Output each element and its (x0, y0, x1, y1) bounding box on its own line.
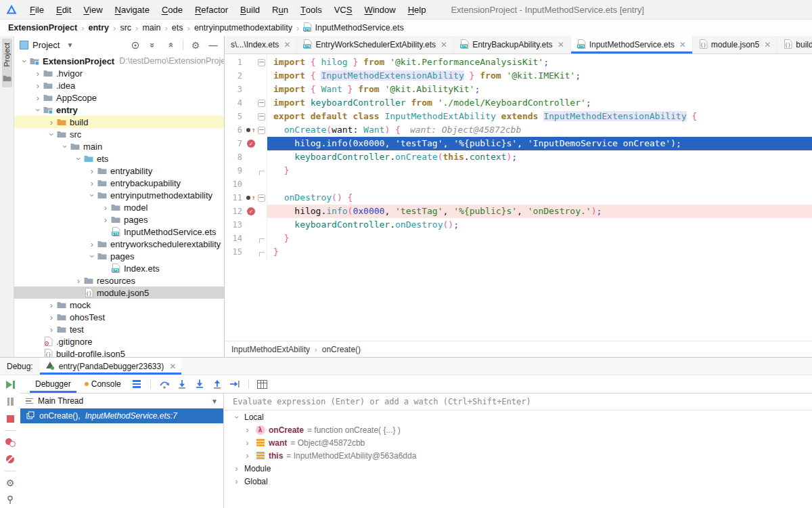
pin-icon[interactable] (5, 494, 16, 505)
project-toolwindow-button[interactable]: Project (2, 39, 12, 87)
stack-frame-row[interactable]: onCreate(), InputMethodService.ets:7 (20, 408, 223, 423)
expand-all-icon[interactable]: » (148, 40, 158, 51)
method-entry-icon[interactable]: ↑ (246, 123, 256, 137)
editor-crumb-oncreate[interactable]: onCreate() (322, 345, 361, 354)
tree-item-src[interactable]: ›src (14, 128, 224, 140)
tree-item-module-json5[interactable]: {}module.json5 (14, 287, 224, 299)
tree-item-ohostest[interactable]: ›ohosTest (14, 311, 224, 323)
tree-chevron-icon[interactable]: › (101, 203, 110, 212)
tree-item-gitignore[interactable]: .gitignore (14, 335, 224, 347)
fold-marker-icon[interactable] (256, 245, 267, 259)
menu-help[interactable]: Help (402, 0, 432, 19)
tree-chevron-icon[interactable]: › (232, 465, 241, 473)
variable-row-local[interactable]: ›Local (224, 410, 812, 423)
tree-chevron-icon[interactable]: › (47, 301, 56, 310)
close-icon[interactable]: ✕ (558, 40, 564, 49)
menu-file[interactable]: File (24, 0, 50, 19)
debug-tab-console[interactable]: Console (79, 375, 127, 393)
tree-chevron-icon[interactable]: › (87, 167, 97, 175)
tree-chevron-icon[interactable]: › (232, 478, 241, 486)
fold-marker-icon[interactable] (256, 56, 267, 69)
close-icon[interactable]: ✕ (441, 40, 447, 49)
breadcrumb-item-main[interactable]: main (141, 23, 162, 33)
fold-marker-icon[interactable] (256, 164, 267, 177)
menu-run[interactable]: Run (266, 0, 294, 19)
variable-row-oncreate[interactable]: ›λonCreate = function onCreate( {...} ) (224, 423, 812, 436)
menu-code[interactable]: Code (156, 0, 189, 19)
tree-chevron-icon[interactable]: › (243, 452, 252, 460)
tree-item-entryworkschedulerextability[interactable]: ›entryworkschedulerextability (14, 238, 224, 250)
tree-chevron-icon[interactable]: › (88, 190, 97, 200)
settings-icon[interactable]: ⚙ (190, 40, 201, 51)
tree-chevron-icon[interactable]: › (33, 81, 43, 90)
breakpoint-icon[interactable]: ✓ (246, 205, 256, 218)
breadcrumb-item-inputmethodservice-ets[interactable]: ETSInputMethodService.ets (302, 22, 405, 34)
fold-marker-icon[interactable] (256, 191, 267, 205)
evaluate-icon[interactable] (255, 378, 270, 390)
tree-item-entry[interactable]: ›entry (14, 104, 224, 116)
tree-item-extensionproject[interactable]: ›ExtensionProjectD:\testDemo\ExtensionPr… (14, 55, 224, 67)
tree-chevron-icon[interactable]: › (243, 439, 252, 447)
tree-item-pages[interactable]: ›pages (14, 250, 224, 262)
run-to-cursor-icon[interactable] (227, 378, 242, 390)
tree-item-test[interactable]: ›test (14, 323, 224, 335)
collapse-all-icon[interactable]: » (165, 40, 176, 51)
step-over-icon[interactable] (157, 378, 172, 390)
debug-tab-debugger[interactable]: Debugger (30, 375, 76, 393)
editor-tab-build-profile-js[interactable]: {}build-profile.js (777, 36, 812, 54)
tree-chevron-icon[interactable]: › (61, 142, 70, 151)
tree-chevron-icon[interactable]: › (233, 412, 241, 421)
project-view-selector[interactable]: Project (32, 40, 60, 50)
breadcrumb-item-entryinputmethodextability[interactable]: entryinputmethodextability (193, 23, 294, 33)
tree-chevron-icon[interactable]: › (88, 251, 97, 261)
locate-icon[interactable] (130, 40, 141, 51)
editor-tab-entryworkschedulerextability-ets[interactable]: ETSEntryWorkSchedulerExtAbility.ets✕ (297, 36, 454, 54)
tree-item-mock[interactable]: ›mock (14, 299, 224, 311)
breadcrumb-item-ets[interactable]: ets (171, 23, 185, 33)
tree-chevron-icon[interactable]: › (47, 313, 56, 322)
tree-chevron-icon[interactable]: › (101, 215, 110, 224)
tree-chevron-icon[interactable]: › (33, 93, 43, 102)
tree-chevron-icon[interactable]: › (74, 154, 83, 163)
tree-chevron-icon[interactable]: › (74, 276, 83, 285)
step-into-icon[interactable] (175, 378, 189, 390)
tree-item-entryability[interactable]: ›entryability (14, 165, 224, 177)
tree-chevron-icon[interactable]: › (87, 179, 97, 188)
stop-icon[interactable] (5, 413, 16, 424)
editor-tab-inputmethodservice-ets[interactable]: ETSInputMethodService.ets✕ (571, 36, 693, 54)
menu-window[interactable]: Window (358, 0, 401, 19)
close-icon[interactable]: ✕ (169, 362, 176, 371)
tree-item-ets[interactable]: ›ets (14, 152, 224, 165)
tree-chevron-icon[interactable]: › (20, 56, 29, 66)
fold-marker-icon[interactable] (256, 232, 267, 245)
breakpoint-icon[interactable]: ✓ (246, 137, 256, 150)
tree-item-entryinputmethodextability[interactable]: ›entryinputmethodextability (14, 189, 224, 201)
tree-item-pages[interactable]: ›pages (14, 213, 224, 226)
thread-selector[interactable]: Main Thread ▼ (20, 394, 223, 408)
editor-tab-entrybackupability-ets[interactable]: ETSEntryBackupAbility.ets✕ (454, 36, 571, 54)
tree-item-idea[interactable]: ›.idea (14, 79, 224, 91)
editor-tab-s-index-ets[interactable]: s\...\Index.ets✕ (225, 36, 297, 54)
tree-item-model[interactable]: ›model (14, 201, 224, 213)
menu-view[interactable]: View (77, 0, 108, 19)
menu-navigate[interactable]: Navigate (109, 0, 156, 19)
debug-session-tab[interactable]: entry(PandaDebugger23633) ✕ (40, 358, 182, 375)
tree-chevron-icon[interactable]: › (47, 129, 56, 139)
tree-item-entrybackupability[interactable]: ›entrybackupability (14, 177, 224, 189)
tree-item-build[interactable]: ›build (14, 116, 224, 128)
method-entry-icon[interactable]: ↑ (246, 191, 256, 205)
tree-chevron-icon[interactable]: › (47, 325, 56, 334)
breadcrumb-item-src[interactable]: src (118, 23, 133, 33)
resume-icon[interactable] (5, 379, 16, 390)
variable-row-global[interactable]: ›Global (224, 475, 812, 488)
layout-icon[interactable] (129, 378, 144, 390)
menu-build[interactable]: Build (234, 0, 266, 19)
editor-crumb-inputmethodextability[interactable]: InputMethodExtAbility (231, 345, 310, 354)
tree-item-index-ets[interactable]: ETSIndex.ets (14, 262, 224, 274)
variable-row-module[interactable]: ›Module (224, 462, 812, 475)
tree-item-hvigor[interactable]: ›.hvigor (14, 67, 224, 79)
menu-refactor[interactable]: Refactor (189, 0, 234, 19)
tree-chevron-icon[interactable]: › (34, 105, 43, 114)
variable-row-want[interactable]: ›want = Object@45872cbb (224, 436, 812, 449)
fold-marker-icon[interactable] (256, 96, 267, 110)
